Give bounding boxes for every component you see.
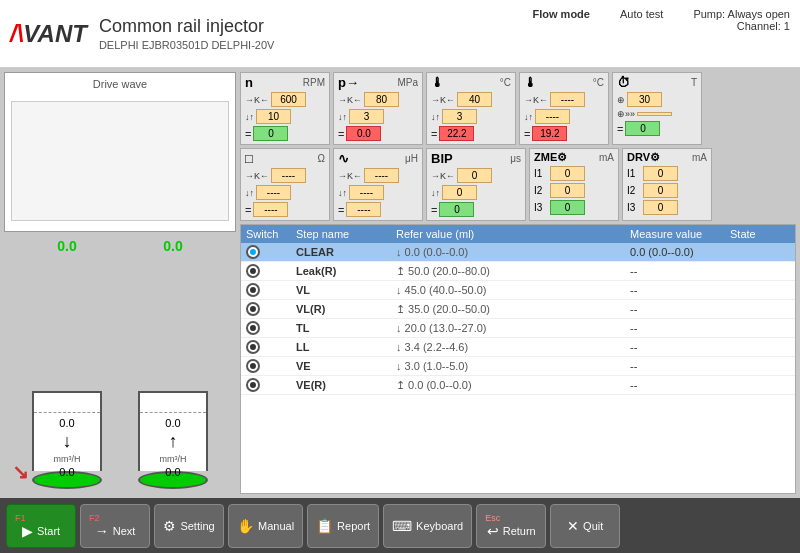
row-refer-ver: ↥ 0.0 (0.0--0.0) bbox=[396, 379, 630, 392]
drv-i3-val[interactable]: 0 bbox=[643, 200, 678, 215]
bip-val1[interactable]: 0 bbox=[457, 168, 492, 183]
cyl-top-values: 0.0 0.0 bbox=[4, 236, 236, 256]
return-button[interactable]: Esc ↩ Return bbox=[476, 504, 546, 548]
cyl2-unit: mm³/H bbox=[160, 454, 187, 464]
p-val1[interactable]: 80 bbox=[364, 92, 399, 107]
row-radio-ver[interactable] bbox=[246, 378, 260, 392]
table-row[interactable]: VL ↓ 45.0 (40.0--50.0) -- bbox=[241, 281, 795, 300]
zme-i1-label: I1 bbox=[534, 168, 548, 179]
row-radio-ve[interactable] bbox=[246, 359, 260, 373]
cylinder-2: 0.0 ↑ mm³/H 0.0 bbox=[133, 391, 213, 489]
row-radio-vlr[interactable] bbox=[246, 302, 260, 316]
timer-eq: = bbox=[617, 123, 623, 135]
drv-unit: mA bbox=[692, 152, 707, 163]
row-refer-ve: ↓ 3.0 (1.0--5.0) bbox=[396, 360, 630, 372]
drv-i2-val[interactable]: 0 bbox=[643, 183, 678, 198]
row-radio-leak[interactable] bbox=[246, 264, 260, 278]
report-button[interactable]: 📋 Report bbox=[307, 504, 379, 548]
table-row[interactable]: VL(R) ↥ 35.0 (20.0--50.0) -- bbox=[241, 300, 795, 319]
row-measure-ll: -- bbox=[630, 341, 730, 353]
measurements-table: Switch Step name Refer value (ml) Measur… bbox=[240, 224, 796, 494]
t1-val1[interactable]: 40 bbox=[457, 92, 492, 107]
keyboard-button[interactable]: ⌨ Keyboard bbox=[383, 504, 472, 548]
manual-icon: ✋ bbox=[237, 518, 254, 534]
arrow-indicator: ↘ bbox=[12, 460, 29, 484]
logo: /\VANT bbox=[10, 20, 87, 48]
channel-label: Channel: 1 bbox=[737, 20, 790, 32]
t1-unit: °C bbox=[500, 77, 511, 88]
th-switch: Switch bbox=[246, 228, 296, 240]
cyl1-body: 0.0 ↓ mm³/H 0.0 bbox=[32, 391, 102, 471]
f2-label: F2 bbox=[89, 513, 100, 523]
t1-val3: 22.2 bbox=[439, 126, 474, 141]
next-button[interactable]: F2 → Next bbox=[80, 504, 150, 548]
bip-arrow1: →K← bbox=[431, 171, 455, 181]
control-temp2: 🌡 °C →K←---- ↓↑---- =19.2 bbox=[519, 72, 609, 145]
device-subtitle: DELPHI EJBR03501D DELPHI-20V bbox=[99, 39, 274, 51]
row-measure-vlr: -- bbox=[630, 303, 730, 315]
t1-arrow1: →K← bbox=[431, 95, 455, 105]
t2-arrow2: ↓↑ bbox=[524, 112, 533, 122]
row-measure-ve: -- bbox=[630, 360, 730, 372]
report-icon: 📋 bbox=[316, 518, 333, 534]
start-label: Start bbox=[37, 525, 60, 537]
table-row[interactable]: TL ↓ 20.0 (13.0--27.0) -- bbox=[241, 319, 795, 338]
t2-val1: ---- bbox=[550, 92, 585, 107]
drive-wave-label: Drive wave bbox=[93, 78, 147, 90]
n-val2[interactable]: 10 bbox=[256, 109, 291, 124]
timer-val2 bbox=[637, 112, 672, 116]
quit-button[interactable]: ✕ Quit bbox=[550, 504, 620, 548]
row-radio-clear[interactable] bbox=[246, 245, 260, 259]
row-measure-vl: -- bbox=[630, 284, 730, 296]
timer-symbol: ⏱ bbox=[617, 75, 630, 90]
row-radio-vl[interactable] bbox=[246, 283, 260, 297]
cyl2-arrow-icon: ↑ bbox=[169, 431, 178, 452]
table-row[interactable]: VE(R) ↥ 0.0 (0.0--0.0) -- bbox=[241, 376, 795, 395]
zme-i2-val[interactable]: 0 bbox=[550, 183, 585, 198]
ind-arrow1: →K← bbox=[338, 171, 362, 181]
timer-arrow2: ⊕»» bbox=[617, 109, 635, 119]
quit-icon: ✕ bbox=[567, 518, 579, 534]
table-row[interactable]: Leak(R) ↥ 50.0 (20.0--80.0) -- bbox=[241, 262, 795, 281]
wave-display bbox=[11, 101, 230, 221]
start-icon: ▶ bbox=[22, 523, 33, 539]
t2-arrow1: →K← bbox=[524, 95, 548, 105]
n-val1[interactable]: 600 bbox=[271, 92, 306, 107]
timer-val1[interactable]: 30 bbox=[627, 92, 662, 107]
row-name-vl: VL bbox=[296, 284, 396, 296]
table-row[interactable]: CLEAR ↓ 0.0 (0.0--0.0) 0.0 (0.0--0.0) bbox=[241, 243, 795, 262]
res-eq: = bbox=[245, 204, 251, 216]
esc-label: Esc bbox=[485, 513, 500, 523]
zme-symbol: ZME⚙ bbox=[534, 151, 567, 164]
row-measure-tl: -- bbox=[630, 322, 730, 334]
p-val2[interactable]: 3 bbox=[349, 109, 384, 124]
drv-i3-label: I3 bbox=[627, 202, 641, 213]
drive-wave-panel: Drive wave bbox=[4, 72, 236, 232]
cyl2-top-value: 0.0 bbox=[163, 238, 182, 254]
ind-unit: μH bbox=[405, 153, 418, 164]
row-radio-ll[interactable] bbox=[246, 340, 260, 354]
row-name-tl: TL bbox=[296, 322, 396, 334]
row-radio-tl[interactable] bbox=[246, 321, 260, 335]
manual-button[interactable]: ✋ Manual bbox=[228, 504, 303, 548]
mode-info: Flow mode Auto test Pump: Always open Ch… bbox=[533, 8, 791, 32]
bip-val2[interactable]: 0 bbox=[442, 185, 477, 200]
start-button[interactable]: F1 ▶ Start bbox=[6, 504, 76, 548]
t1-val2[interactable]: 3 bbox=[442, 109, 477, 124]
table-row[interactable]: VE ↓ 3.0 (1.0--5.0) -- bbox=[241, 357, 795, 376]
res-symbol: □ bbox=[245, 151, 253, 166]
setting-icon: ⚙ bbox=[163, 518, 176, 534]
toolbar: F1 ▶ Start F2 → Next ⚙ Setting ✋ Manual … bbox=[0, 498, 800, 553]
control-zme: ZME⚙ mA I10 I20 I30 bbox=[529, 148, 619, 221]
pump-label: Pump: Always open bbox=[693, 8, 790, 20]
zme-i1-val[interactable]: 0 bbox=[550, 166, 585, 181]
bip-arrow2: ↓↑ bbox=[431, 188, 440, 198]
control-res: □ Ω →K←---- ↓↑---- =---- bbox=[240, 148, 330, 221]
setting-button[interactable]: ⚙ Setting bbox=[154, 504, 224, 548]
setting-label: Setting bbox=[180, 520, 214, 532]
drv-i1-val[interactable]: 0 bbox=[643, 166, 678, 181]
drv-i1-label: I1 bbox=[627, 168, 641, 179]
table-row[interactable]: LL ↓ 3.4 (2.2--4.6) -- bbox=[241, 338, 795, 357]
drv-symbol: DRV⚙ bbox=[627, 151, 660, 164]
row-name-ll: LL bbox=[296, 341, 396, 353]
